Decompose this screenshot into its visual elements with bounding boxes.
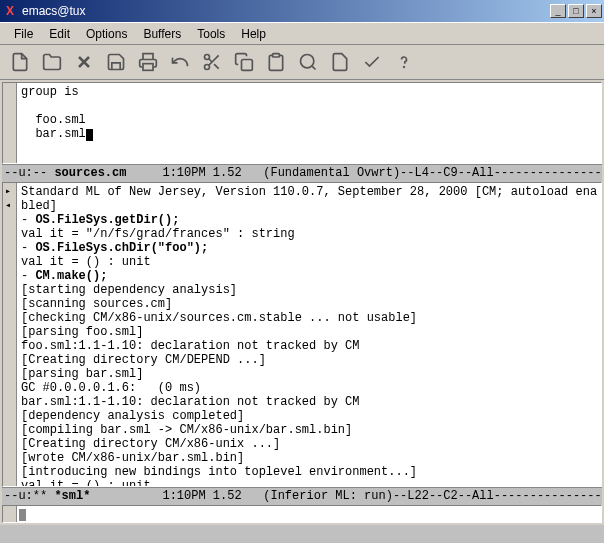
svg-point-4 [205, 65, 210, 70]
window-titlebar: X emacs@tux _ □ × [0, 0, 604, 22]
replace-icon[interactable] [328, 50, 352, 74]
modeline-bottom: --u:** *sml* 1:10PM 1.52 (Inferior ML: r… [2, 487, 602, 505]
open-folder-icon[interactable] [40, 50, 64, 74]
cut-icon[interactable] [200, 50, 224, 74]
toolbar [0, 44, 604, 80]
editor-pane-top[interactable]: group is foo.sml bar.sml [2, 82, 602, 164]
spellcheck-icon[interactable] [360, 50, 384, 74]
svg-rect-2 [143, 64, 153, 71]
gutter-top [3, 83, 17, 163]
menubar: File Edit Options Buffers Tools Help [0, 22, 604, 44]
paste-icon[interactable] [264, 50, 288, 74]
svg-rect-8 [242, 60, 253, 71]
menu-edit[interactable]: Edit [41, 25, 78, 43]
continuation-arrow-icon: ◂ [5, 199, 11, 211]
minibuffer-cursor [19, 509, 26, 521]
svg-line-11 [312, 66, 316, 70]
continuation-arrow-icon: ▸ [5, 185, 11, 197]
svg-point-10 [301, 55, 314, 68]
close-file-icon[interactable] [72, 50, 96, 74]
svg-line-7 [209, 59, 212, 62]
svg-point-3 [205, 55, 210, 60]
minimize-button[interactable]: _ [550, 4, 566, 18]
gutter-bottom: ▸ ◂ [3, 183, 17, 486]
copy-icon[interactable] [232, 50, 256, 74]
menu-help[interactable]: Help [233, 25, 274, 43]
search-icon[interactable] [296, 50, 320, 74]
menu-buffers[interactable]: Buffers [135, 25, 189, 43]
text-cursor [86, 129, 93, 141]
minibuffer[interactable] [2, 505, 602, 523]
undo-icon[interactable] [168, 50, 192, 74]
new-file-icon[interactable] [8, 50, 32, 74]
svg-point-12 [404, 67, 405, 68]
buffer-sources-cm[interactable]: group is foo.sml bar.sml [17, 83, 601, 163]
menu-options[interactable]: Options [78, 25, 135, 43]
menu-file[interactable]: File [6, 25, 41, 43]
buffer-sml-repl[interactable]: Standard ML of New Jersey, Version 110.0… [17, 183, 601, 486]
window-title: emacs@tux [22, 4, 550, 18]
editor-pane-bottom[interactable]: ▸ ◂ Standard ML of New Jersey, Version 1… [2, 182, 602, 487]
print-icon[interactable] [136, 50, 160, 74]
maximize-button[interactable]: □ [568, 4, 584, 18]
svg-rect-9 [273, 54, 280, 57]
modeline-top: --u:-- sources.cm 1:10PM 1.52 (Fundament… [2, 164, 602, 182]
svg-line-6 [214, 64, 219, 69]
menu-tools[interactable]: Tools [189, 25, 233, 43]
close-button[interactable]: × [586, 4, 602, 18]
app-icon: X [2, 3, 18, 19]
help-icon[interactable] [392, 50, 416, 74]
save-icon[interactable] [104, 50, 128, 74]
